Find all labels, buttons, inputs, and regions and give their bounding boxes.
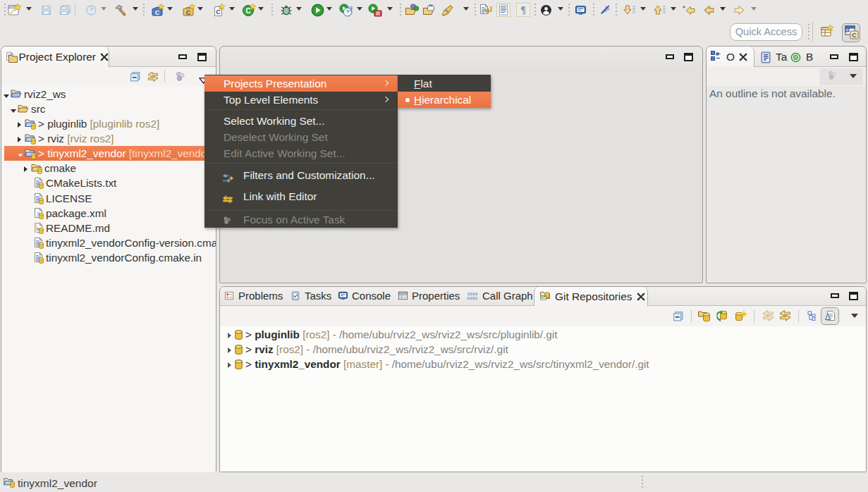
svg-text:C: C [852,32,857,39]
svg-text:C: C [245,7,250,15]
svg-text:¶: ¶ [520,5,526,16]
